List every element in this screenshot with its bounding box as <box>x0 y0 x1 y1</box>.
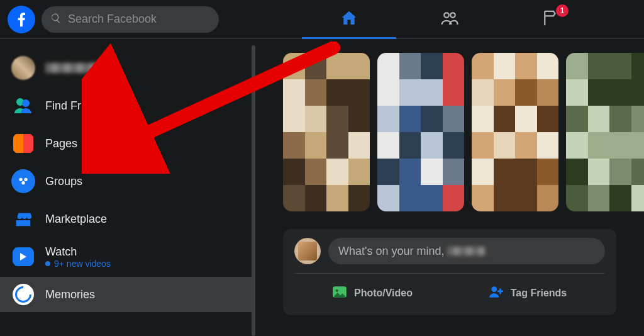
avatar[interactable] <box>294 238 321 264</box>
top-bar: 1 <box>0 0 644 39</box>
composer-prompt-text: What's on your mind, <box>338 245 445 258</box>
sidebar-item-memories[interactable]: Memories <box>0 277 252 312</box>
sidebar-item-find-friends[interactable]: Find Friends <box>5 88 247 123</box>
sidebar-item-label: Groups <box>45 175 82 188</box>
left-sidebar: Find Friends Pages Groups Marketplace <box>0 39 252 336</box>
composer-tag-friends[interactable]: Tag Friends <box>450 280 605 306</box>
search-icon <box>50 13 62 26</box>
sidebar-item-profile[interactable] <box>5 50 247 86</box>
story-card[interactable] <box>566 53 644 211</box>
home-icon <box>340 9 358 30</box>
memories-icon <box>11 283 35 306</box>
marketplace-icon <box>11 207 35 231</box>
groups-icon <box>11 169 35 193</box>
nav-home[interactable] <box>302 1 396 38</box>
sidebar-item-watch[interactable]: Watch 9+ new videos <box>5 239 247 274</box>
sidebar-item-label: Watch <box>45 245 111 259</box>
stories-tray <box>283 53 644 211</box>
composer-photo-video[interactable]: Photo/Video <box>294 280 450 306</box>
sidebar-item-pages[interactable]: Pages <box>5 126 247 161</box>
sidebar-item-groups[interactable]: Groups <box>5 164 247 199</box>
svg-point-4 <box>21 181 25 184</box>
search-input[interactable] <box>68 13 210 26</box>
sidebar-item-marketplace[interactable]: Marketplace <box>5 201 247 237</box>
story-card[interactable] <box>377 53 464 211</box>
nav-watch[interactable]: 1 <box>503 1 597 38</box>
watch-icon <box>11 245 35 269</box>
nav-friends[interactable] <box>402 1 497 38</box>
tag-icon <box>488 284 504 303</box>
svg-point-3 <box>24 178 27 181</box>
photo-icon <box>331 284 348 303</box>
search-box[interactable] <box>42 6 219 33</box>
svg-point-6 <box>335 289 338 292</box>
sidebar-item-label: Marketplace <box>45 213 107 226</box>
friends-icon <box>440 9 459 30</box>
svg-point-2 <box>19 178 22 181</box>
composer-action-label: Tag Friends <box>511 288 567 299</box>
composer-prompt-username <box>447 247 485 255</box>
svg-point-1 <box>22 99 30 107</box>
avatar <box>11 56 35 80</box>
composer-prompt[interactable]: What's on your mind, <box>328 238 605 264</box>
svg-point-7 <box>491 286 497 292</box>
watch-badge: 1 <box>556 4 569 17</box>
top-nav: 1 <box>263 0 636 38</box>
friends-icon <box>11 94 35 118</box>
facebook-logo[interactable] <box>8 6 35 33</box>
sidebar-item-sub: 9+ new videos <box>45 259 111 269</box>
story-card[interactable] <box>472 53 558 211</box>
post-composer: What's on your mind, Photo/Video Tag Fri… <box>283 229 616 315</box>
composer-action-label: Photo/Video <box>354 288 413 299</box>
sidebar-item-label: Memories <box>45 288 95 301</box>
main-feed: What's on your mind, Photo/Video Tag Fri… <box>255 39 644 336</box>
pages-icon <box>11 132 35 155</box>
story-card[interactable] <box>283 53 370 211</box>
sidebar-item-label: Find Friends <box>45 99 108 113</box>
sidebar-item-label: Pages <box>45 137 77 150</box>
sidebar-item-label <box>45 63 108 73</box>
